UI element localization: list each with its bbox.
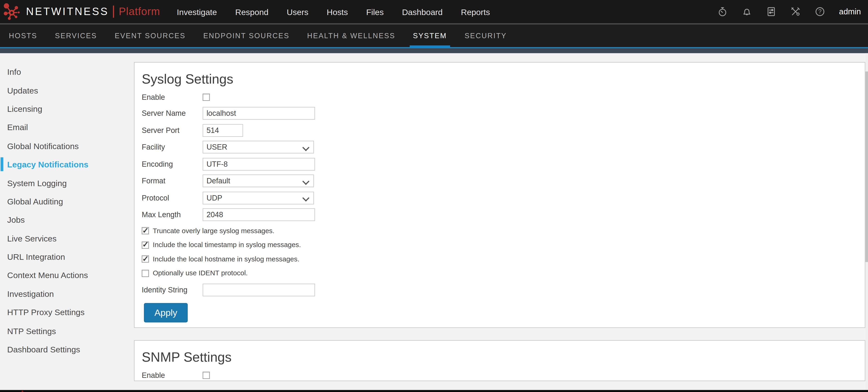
server-name-input[interactable] xyxy=(203,107,315,120)
sidebar-item-global-auditing[interactable]: Global Auditing xyxy=(0,192,134,211)
tab-hosts[interactable]: HOSTS xyxy=(0,24,46,47)
snmp-enable-row: Enable xyxy=(142,371,865,379)
admin-tools-icon[interactable] xyxy=(790,7,800,17)
protocol-select[interactable]: UDP xyxy=(203,191,314,204)
server-port-row: Server Port xyxy=(142,124,865,137)
tab-security[interactable]: SECURITY xyxy=(456,24,516,47)
server-name-label: Server Name xyxy=(142,109,203,117)
syslog-options: Truncate overly large syslog messages. I… xyxy=(142,227,865,277)
format-select[interactable]: Default xyxy=(203,175,314,187)
top-nav: NETWITNESS Platform Investigate Respond … xyxy=(0,0,868,24)
nav-item-respond[interactable]: Respond xyxy=(235,7,269,17)
max-length-input[interactable] xyxy=(203,208,315,221)
brand-logo[interactable]: NETWITNESS Platform xyxy=(0,2,160,21)
facility-select[interactable]: USER xyxy=(203,141,314,153)
netwitness-logo-icon xyxy=(3,2,22,21)
syslog-settings-form: Enable Server Name Server Port Facility … xyxy=(142,93,865,322)
sidebar-item-investigation[interactable]: Investigation xyxy=(0,284,134,303)
sidebar-item-label: NTP Settings xyxy=(7,326,56,335)
nav-item-files[interactable]: Files xyxy=(366,7,384,17)
brand-name: NETWITNESS xyxy=(26,5,109,18)
brand-divider xyxy=(113,5,114,18)
syslog-enable-checkbox[interactable] xyxy=(203,93,210,100)
enable-row: Enable xyxy=(142,93,865,101)
nav-item-reports[interactable]: Reports xyxy=(461,7,490,17)
sidebar-item-label: Investigation xyxy=(7,289,54,299)
bottom-taskbar-edge xyxy=(0,390,868,392)
sidebar-item-global-notifications[interactable]: Global Notifications xyxy=(0,137,134,155)
sidebar-item-label: Dashboard Settings xyxy=(7,344,80,354)
sidebar-item-label: Context Menu Actions xyxy=(7,271,88,280)
snmp-enable-checkbox[interactable] xyxy=(203,371,210,379)
sidebar-item-ntp-settings[interactable]: NTP Settings xyxy=(0,322,134,340)
sidebar-item-dashboard-settings[interactable]: Dashboard Settings xyxy=(0,340,134,359)
tab-endpoint-sources[interactable]: ENDPOINT SOURCES xyxy=(194,24,298,47)
chevron-down-icon xyxy=(303,194,309,202)
truncate-checkbox[interactable] xyxy=(142,227,149,234)
protocol-label: Protocol xyxy=(142,193,203,202)
option-row-timestamp: Include the local timestamp in syslog me… xyxy=(142,241,865,249)
system-settings-sidebar: Info Updates Licensing Email Global Noti… xyxy=(0,53,134,389)
sidebar-item-label: Licensing xyxy=(7,104,42,114)
sidebar-item-label: Info xyxy=(7,67,21,77)
snmp-settings-form: Enable xyxy=(142,371,865,379)
sidebar-item-legacy-notifications[interactable]: Legacy Notifications xyxy=(0,155,134,174)
sidebar-item-label: Email xyxy=(7,123,28,132)
tab-event-sources[interactable]: EVENT SOURCES xyxy=(106,24,194,47)
notifications-bell-icon[interactable] xyxy=(742,7,752,17)
sidebar-item-label: Global Notifications xyxy=(7,141,79,151)
nav-item-hosts[interactable]: Hosts xyxy=(327,7,348,17)
sidebar-item-label: System Logging xyxy=(7,178,67,187)
option-row-truncate: Truncate overly large syslog messages. xyxy=(142,227,865,235)
sidebar-item-label: Updates xyxy=(7,86,38,95)
sidebar-item-url-integration[interactable]: URL Integration xyxy=(0,247,134,266)
sidebar-item-updates[interactable]: Updates xyxy=(0,81,134,99)
hostname-checkbox[interactable] xyxy=(142,255,149,263)
nav-item-dashboard[interactable]: Dashboard xyxy=(402,7,443,17)
sidebar-item-jobs[interactable]: Jobs xyxy=(0,210,134,229)
svg-text:?: ? xyxy=(818,8,821,14)
sidebar-item-system-logging[interactable]: System Logging xyxy=(0,174,134,192)
tab-health-wellness[interactable]: HEALTH & WELLNESS xyxy=(298,24,404,47)
max-length-row: Max Length xyxy=(142,208,865,221)
sidebar-item-email[interactable]: Email xyxy=(0,118,134,137)
protocol-row: Protocol UDP xyxy=(142,191,865,204)
facility-label: Facility xyxy=(142,143,203,151)
chevron-down-icon xyxy=(303,178,309,184)
sidebar-item-http-proxy-settings[interactable]: HTTP Proxy Settings xyxy=(0,303,134,322)
chevron-down-icon xyxy=(303,144,309,151)
nav-item-users[interactable]: Users xyxy=(287,7,308,17)
active-tab-marker xyxy=(410,46,450,48)
ident-checkbox[interactable] xyxy=(142,270,149,277)
timestamp-checkbox[interactable] xyxy=(142,241,149,248)
tab-services[interactable]: SERVICES xyxy=(46,24,106,47)
jobs-preferences-icon[interactable] xyxy=(766,7,776,17)
facility-selected-value: USER xyxy=(207,143,227,151)
sidebar-item-live-services[interactable]: Live Services xyxy=(0,229,134,247)
vertical-scrollbar-thumb[interactable] xyxy=(865,71,868,262)
identity-string-label: Identity String xyxy=(142,285,203,294)
sidebar-item-label: Live Services xyxy=(7,234,57,243)
server-port-input[interactable] xyxy=(203,124,243,137)
identity-string-input[interactable] xyxy=(203,283,315,296)
timestamp-label: Include the local timestamp in syslog me… xyxy=(153,241,301,249)
sidebar-item-licensing[interactable]: Licensing xyxy=(0,99,134,118)
syslog-settings-title: Syslog Settings xyxy=(142,71,865,87)
encoding-input[interactable] xyxy=(203,158,315,171)
sidebar-item-label: HTTP Proxy Settings xyxy=(7,307,85,317)
facility-row: Facility USER xyxy=(142,141,865,153)
apply-button[interactable]: Apply xyxy=(144,303,188,322)
sidebar-item-info[interactable]: Info xyxy=(0,62,134,81)
encoding-label: Encoding xyxy=(142,160,203,168)
nav-item-investigate[interactable]: Investigate xyxy=(177,7,217,17)
server-port-label: Server Port xyxy=(142,126,203,134)
sidebar-item-label: Global Auditing xyxy=(7,197,63,206)
timer-icon[interactable] xyxy=(717,7,727,17)
sidebar-item-context-menu-actions[interactable]: Context Menu Actions xyxy=(0,266,134,284)
tab-system[interactable]: SYSTEM xyxy=(404,24,456,47)
identity-string-row: Identity String xyxy=(142,283,865,296)
user-menu[interactable]: admin xyxy=(839,7,861,16)
help-icon[interactable]: ? xyxy=(815,7,825,17)
sidebar-item-label: Jobs xyxy=(7,215,25,224)
sidebar-item-label: URL Integration xyxy=(7,252,65,262)
